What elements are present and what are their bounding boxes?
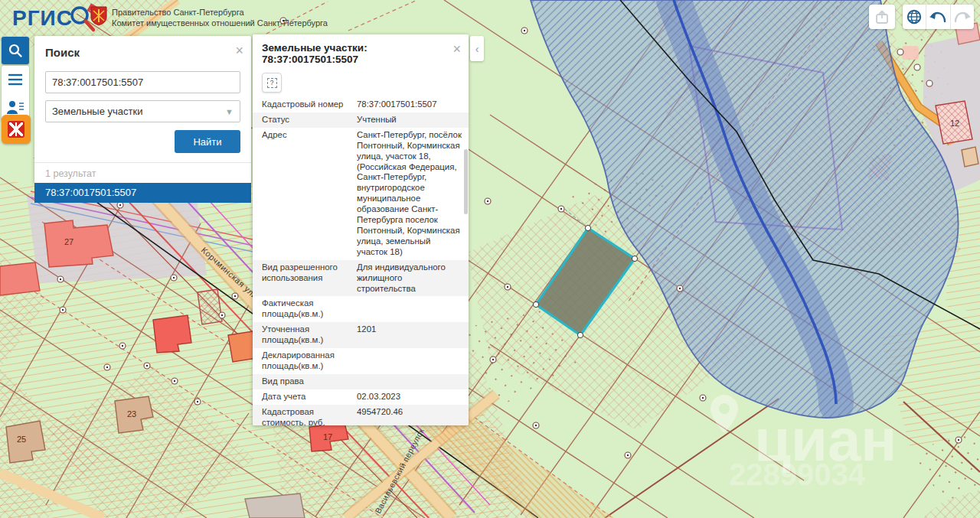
identify-tool-icon: ?	[267, 78, 277, 88]
details-row-value	[357, 376, 462, 387]
building-label-25: 25	[17, 435, 26, 444]
details-row: Фактическая площадь(кв.м.)	[253, 296, 469, 322]
rgis-logo[interactable]: РГИС 12	[12, 3, 102, 34]
details-row: Кадастровый номер78:37:0017501:5507	[253, 97, 469, 112]
details-row-label: Дата учета	[262, 392, 357, 402]
toolbar-group	[2, 66, 29, 121]
details-row: Кадастровая стоимость, руб.4954720.46	[253, 405, 469, 425]
details-row: Дата учета02.03.2023	[253, 389, 469, 405]
building-label-12: 12	[950, 119, 959, 128]
identify-tool-button[interactable]: ?	[262, 73, 282, 93]
search-category-value: Земельные участки	[52, 106, 142, 117]
search-panel-close-icon[interactable]: ×	[235, 44, 243, 57]
details-row-label: Адрес	[262, 130, 357, 258]
gov-line2: Комитет имущественных отношений Санкт-Пе…	[112, 18, 328, 28]
details-row-label: Кадастровый номер	[262, 99, 357, 110]
details-row-label: Кадастровая стоимость, руб.	[262, 407, 357, 425]
search-panel: Поиск × Земельные участки ▼ Найти 1 резу…	[34, 36, 251, 184]
app-window: 27 23 25 17 12	[0, 0, 980, 518]
chevron-down-icon: ▼	[225, 107, 234, 116]
layers-menu-button[interactable]	[2, 66, 29, 93]
details-row-label: Статус	[262, 115, 357, 125]
building-label-17: 17	[323, 432, 332, 441]
details-row-value	[357, 298, 462, 320]
details-row: СтатусУчтенный	[253, 112, 469, 128]
details-collapse-button[interactable]: ‹	[470, 36, 484, 61]
details-row-label: Вид разрешенного использования	[262, 262, 357, 295]
search-panel-title: Поиск	[34, 36, 251, 59]
find-button[interactable]: Найти	[175, 130, 240, 153]
details-row: Вид права	[253, 374, 469, 389]
globe-button[interactable]	[903, 5, 926, 29]
rgis-logo-text: РГИС	[12, 6, 73, 31]
results-count: 1 результат	[34, 162, 251, 183]
details-row-value: 4954720.46	[357, 407, 462, 425]
details-row-value	[357, 350, 462, 372]
redo-button[interactable]	[950, 5, 974, 29]
details-row-label: Вид права	[262, 376, 357, 387]
details-table: Кадастровый номер78:37:0017501:5507Стату…	[253, 97, 469, 425]
watermark-number: 22899034	[729, 458, 866, 491]
gov-header: Правительство Санкт-Петербурга Комитет и…	[112, 7, 328, 28]
export-button[interactable]	[869, 5, 895, 29]
details-row: Декларированная площадь(кв.м.)	[253, 348, 469, 374]
undo-button[interactable]	[926, 5, 949, 29]
details-panel: Земельные участки: 78:37:0017501:5507 × …	[253, 34, 469, 425]
map-nav-group	[903, 5, 974, 29]
details-row-value: Для индивидуального жилищного строительс…	[357, 262, 462, 295]
search-icon	[8, 43, 23, 58]
spb-coat-of-arms-icon	[90, 6, 107, 26]
redo-arrow-icon	[954, 11, 971, 23]
result-item-selected[interactable]: 78:37:0017501:5507	[34, 183, 251, 203]
details-row: Уточненная площадь(кв.м.)1201	[253, 322, 469, 348]
details-panel-title: Земельные участки: 78:37:0017501:5507	[253, 34, 469, 70]
details-row-value: 02.03.2023	[357, 392, 462, 402]
details-row: АдресСанкт-Петербург, посёлок Понтонный,…	[253, 128, 469, 260]
details-row-value: Санкт-Петербург, посёлок Понтонный, Корч…	[357, 130, 462, 258]
spb-emblem-icon	[8, 121, 24, 138]
search-input[interactable]	[45, 71, 240, 93]
details-row-value: 1201	[357, 324, 462, 346]
details-panel-close-icon[interactable]: ×	[452, 42, 461, 56]
details-row-label: Фактическая площадь(кв.м.)	[262, 298, 357, 320]
details-scrollbar[interactable]	[464, 149, 468, 214]
user-list-icon	[7, 100, 24, 114]
search-category-select[interactable]: Земельные участки ▼	[45, 100, 240, 122]
details-row-label: Уточненная площадь(кв.м.)	[262, 324, 357, 346]
export-icon	[876, 10, 888, 24]
details-row-value: Учтенный	[357, 115, 462, 125]
details-row-value: 78:37:0017501:5507	[357, 99, 462, 110]
undo-arrow-icon	[929, 11, 946, 23]
building-label-27: 27	[64, 237, 74, 246]
globe-icon	[906, 9, 922, 24]
details-row: Вид разрешенного использованияДля индиви…	[253, 260, 469, 297]
details-row-label: Декларированная площадь(кв.м.)	[262, 350, 357, 372]
building-label-23: 23	[127, 409, 136, 419]
spb-portal-button[interactable]	[2, 115, 31, 144]
hamburger-icon	[8, 73, 23, 86]
gov-line1: Правительство Санкт-Петербурга	[112, 7, 328, 18]
search-tool-button[interactable]	[2, 37, 29, 64]
